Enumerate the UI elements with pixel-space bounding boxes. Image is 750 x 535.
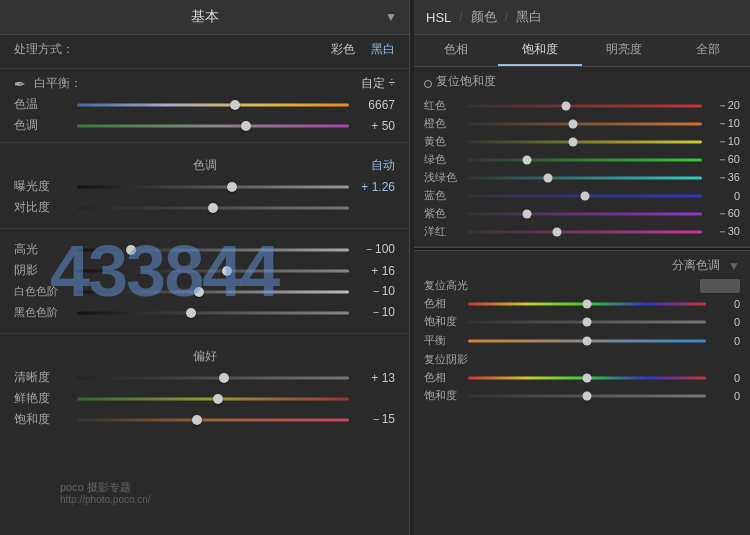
hsl-red-slider[interactable]: [468, 100, 702, 112]
hsl-blue-thumb[interactable]: [581, 191, 590, 200]
hsl-green-slider[interactable]: [468, 154, 702, 166]
tab-luminance[interactable]: 明亮度: [582, 35, 666, 66]
processing-bw[interactable]: 黑白: [371, 41, 395, 58]
target-icon[interactable]: [424, 80, 432, 88]
balance-label: 平衡: [424, 333, 462, 348]
shadows-hue-thumb[interactable]: [583, 373, 592, 382]
clarity-label: 清晰度: [14, 369, 69, 386]
clarity-slider[interactable]: [77, 371, 349, 385]
tab-hue[interactable]: 色相: [414, 35, 498, 66]
left-panel: 基本 ▼ 处理方式： 彩色 黑白 ✒ 白平衡： 自定 ÷ 色温: [0, 0, 410, 535]
highlights-hue-thumb[interactable]: [583, 299, 592, 308]
highlights-subsection: 复位高光 色相 0 饱和度 0: [424, 278, 740, 329]
temperature-track: [77, 103, 349, 106]
hsl-aqua-thumb[interactable]: [543, 173, 552, 182]
shadows-thumb[interactable]: [222, 266, 232, 276]
shadows-hue-value: 0: [712, 372, 740, 384]
tab-all[interactable]: 全部: [666, 35, 750, 66]
tone-auto[interactable]: 自动: [371, 157, 395, 174]
shadows-slider[interactable]: [77, 264, 349, 278]
color-header-item[interactable]: 颜色: [471, 8, 497, 26]
shadows-sat-value: 0: [712, 390, 740, 402]
white-clip-row: 白色色阶 －10: [14, 283, 395, 300]
hsl-yellow-track: [468, 140, 702, 143]
hsl-green-value: －60: [708, 152, 740, 167]
hsl-header-item[interactable]: HSL: [426, 10, 451, 25]
vibrance-slider[interactable]: [77, 392, 349, 406]
shadows-sat-label: 饱和度: [424, 388, 462, 403]
white-clip-slider[interactable]: [77, 285, 349, 299]
highlights-sat-slider[interactable]: [468, 316, 706, 328]
hsl-red-track: [468, 104, 702, 107]
saturation-track-left: [77, 418, 349, 421]
temperature-row: 色温 6667: [14, 96, 395, 113]
bw-header-item[interactable]: 黑白: [516, 8, 542, 26]
hsl-purple-slider[interactable]: [468, 208, 702, 220]
vibrance-label: 鲜艳度: [14, 390, 69, 407]
hsl-aqua-row: 浅绿色 －36: [424, 170, 740, 185]
balance-slider[interactable]: [468, 335, 706, 347]
hsl-aqua-track: [468, 176, 702, 179]
contrast-thumb[interactable]: [208, 203, 218, 213]
tint-slider[interactable]: [77, 119, 349, 133]
black-clip-thumb[interactable]: [186, 308, 196, 318]
right-header: HSL / 颜色 / 黑白: [414, 0, 750, 35]
clarity-track: [77, 376, 349, 379]
white-clip-track: [77, 290, 349, 293]
shadows-hue-slider[interactable]: [468, 372, 706, 384]
clarity-thumb[interactable]: [219, 373, 229, 383]
black-clip-slider[interactable]: [77, 306, 349, 320]
hsl-orange-row: 橙色 －10: [424, 116, 740, 131]
hsl-blue-slider[interactable]: [468, 190, 702, 202]
hsl-purple-thumb[interactable]: [522, 209, 531, 218]
exposure-label: 曝光度: [14, 178, 69, 195]
highlights-thumb[interactable]: [126, 245, 136, 255]
hsl-green-track: [468, 158, 702, 161]
temperature-slider[interactable]: [77, 98, 349, 112]
hsl-yellow-thumb[interactable]: [569, 137, 578, 146]
black-clip-row: 黑色色阶 －10: [14, 304, 395, 321]
wb-preset[interactable]: 自定 ÷: [361, 75, 395, 92]
exposure-slider[interactable]: [77, 180, 349, 194]
processing-row: 处理方式： 彩色 黑白: [14, 41, 395, 58]
saturation-slider-left[interactable]: [77, 413, 349, 427]
hsl-orange-slider[interactable]: [468, 118, 702, 130]
balance-thumb[interactable]: [583, 336, 592, 345]
hsl-magenta-label: 洋红: [424, 224, 462, 239]
left-panel-arrow[interactable]: ▼: [385, 10, 397, 24]
processing-color[interactable]: 彩色: [331, 41, 355, 58]
hsl-green-thumb[interactable]: [522, 155, 531, 164]
hsl-orange-track: [468, 122, 702, 125]
white-clip-thumb[interactable]: [194, 287, 204, 297]
hsl-red-thumb[interactable]: [562, 101, 571, 110]
tab-saturation[interactable]: 饱和度: [498, 35, 582, 66]
hsl-purple-row: 紫色 －60: [424, 206, 740, 221]
tint-thumb[interactable]: [241, 121, 251, 131]
hsl-magenta-thumb[interactable]: [552, 227, 561, 236]
tint-value: + 50: [357, 119, 395, 133]
contrast-slider[interactable]: [77, 201, 349, 215]
shadows-sat-thumb[interactable]: [583, 391, 592, 400]
white-clip-label: 白色色阶: [14, 284, 69, 299]
shadows-sat-slider[interactable]: [468, 390, 706, 402]
hsl-magenta-slider[interactable]: [468, 226, 702, 238]
shadows-label: 阴影: [14, 262, 69, 279]
balance-row: 平衡 0: [424, 333, 740, 348]
exposure-thumb[interactable]: [227, 182, 237, 192]
tone-header: 色调 自动: [14, 157, 395, 174]
shadows-row: 阴影 + 16: [14, 262, 395, 279]
highlights-color-box[interactable]: [700, 279, 740, 293]
hsl-orange-thumb[interactable]: [569, 119, 578, 128]
highlights-slider[interactable]: [77, 243, 349, 257]
highlights-hue-slider[interactable]: [468, 298, 706, 310]
split-arrow[interactable]: ▼: [728, 259, 740, 273]
vibrance-thumb[interactable]: [213, 394, 223, 404]
highlights-sat-thumb[interactable]: [583, 317, 592, 326]
temperature-thumb[interactable]: [230, 100, 240, 110]
white-clip-value: －10: [357, 283, 395, 300]
saturation-thumb-left[interactable]: [192, 415, 202, 425]
eyedropper-icon[interactable]: ✒: [14, 76, 26, 92]
hsl-tabs: 色相 饱和度 明亮度 全部: [414, 35, 750, 67]
hsl-yellow-slider[interactable]: [468, 136, 702, 148]
hsl-aqua-slider[interactable]: [468, 172, 702, 184]
